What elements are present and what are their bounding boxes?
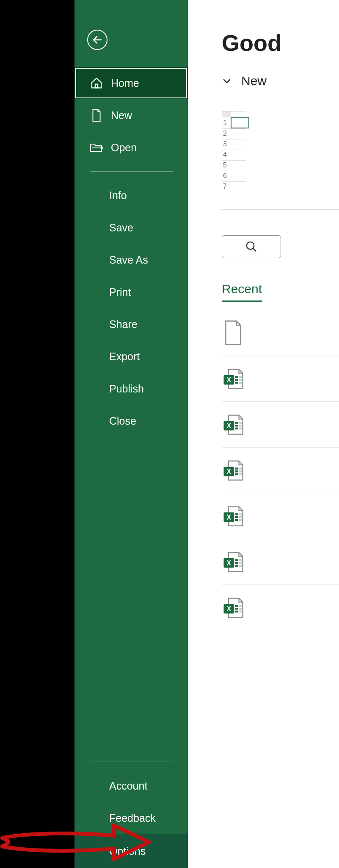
nav-account[interactable]: Account (74, 770, 188, 802)
svg-rect-51 (239, 610, 242, 612)
template-rownum: 4 (223, 151, 227, 159)
svg-rect-16 (235, 425, 238, 427)
excel-file-icon: X (222, 595, 245, 620)
recent-file-row[interactable]: X (222, 584, 339, 630)
nav-options-label: Options (109, 845, 146, 857)
main-divider (220, 209, 339, 210)
nav-home[interactable]: Home (74, 67, 188, 99)
recent-file-row[interactable]: X (222, 356, 339, 401)
nav-account-label: Account (109, 780, 147, 792)
template-blank-workbook[interactable]: 1 2 3 4 5 6 7 (222, 111, 246, 187)
svg-rect-50 (235, 610, 238, 612)
template-rownum: 2 (223, 130, 227, 137)
nav-save-as-label: Save As (109, 254, 148, 266)
svg-rect-48 (235, 608, 238, 610)
svg-rect-22 (235, 467, 238, 470)
svg-rect-11 (239, 381, 242, 384)
greeting-title: Good (222, 30, 339, 56)
svg-rect-38 (235, 559, 238, 561)
back-button[interactable] (87, 30, 107, 50)
nav-save[interactable]: Save (74, 211, 188, 244)
svg-rect-8 (235, 379, 238, 381)
folder-open-icon (90, 141, 103, 154)
svg-text:X: X (227, 559, 232, 566)
svg-rect-41 (239, 562, 242, 564)
svg-rect-46 (235, 605, 238, 607)
nav-new[interactable]: New (74, 99, 188, 131)
svg-rect-34 (235, 519, 238, 521)
nav-share-label: Share (109, 318, 138, 331)
nav-close[interactable]: Close (74, 405, 188, 437)
svg-rect-14 (235, 422, 238, 424)
svg-rect-42 (235, 565, 238, 567)
file-icon (90, 108, 103, 122)
backstage-sidebar: Home New Open Info Save Save As Print (74, 0, 188, 868)
template-rownum: 7 (223, 183, 227, 190)
excel-file-icon: X (222, 549, 245, 575)
svg-rect-19 (239, 427, 242, 429)
svg-text:X: X (227, 422, 232, 429)
nav-publish-label: Publish (109, 383, 144, 395)
chevron-down-icon (222, 76, 232, 86)
excel-file-icon: X (222, 504, 245, 529)
recent-file-row[interactable]: X (222, 539, 339, 584)
svg-rect-39 (239, 559, 242, 561)
nav-share[interactable]: Share (74, 308, 188, 340)
nav-info[interactable]: Info (74, 179, 188, 211)
sidebar-divider-2 (90, 762, 173, 762)
main-content: Good New 1 2 3 4 5 6 7 Recent (188, 0, 339, 868)
recent-tabs: Recent (222, 282, 339, 302)
template-rownum: 6 (223, 172, 227, 180)
nav-new-label: New (111, 109, 132, 122)
svg-rect-6 (235, 376, 238, 378)
svg-text:X: X (227, 513, 232, 520)
svg-text:X: X (227, 467, 232, 475)
svg-rect-43 (239, 565, 242, 567)
back-arrow-icon (92, 34, 103, 45)
excel-file-icon: X (222, 366, 245, 392)
tab-recent[interactable]: Recent (222, 282, 262, 302)
svg-rect-33 (239, 516, 242, 518)
svg-point-2 (247, 242, 254, 250)
svg-rect-26 (235, 473, 238, 475)
nav-save-as[interactable]: Save As (74, 244, 188, 276)
nav-publish[interactable]: Publish (74, 373, 188, 405)
nav-info-label: Info (109, 189, 127, 202)
svg-rect-24 (235, 470, 238, 473)
nav-save-label: Save (109, 222, 133, 234)
nav-home-label: Home (111, 77, 139, 89)
nav-open[interactable]: Open (74, 131, 188, 164)
nav-feedback-label: Feedback (109, 812, 156, 824)
search-icon (245, 240, 258, 253)
nav-export[interactable]: Export (74, 340, 188, 373)
nav-feedback[interactable]: Feedback (74, 802, 188, 834)
recent-file-row[interactable]: X (222, 493, 339, 539)
nav-export-label: Export (109, 351, 140, 363)
svg-rect-10 (235, 381, 238, 384)
svg-rect-7 (239, 376, 242, 378)
template-rownum: 5 (223, 161, 227, 169)
nav-print[interactable]: Print (74, 276, 188, 308)
svg-rect-47 (239, 605, 242, 607)
nav-close-label: Close (109, 415, 136, 427)
search-input[interactable] (222, 235, 281, 258)
excel-file-icon: X (222, 458, 245, 483)
svg-rect-32 (235, 516, 238, 518)
svg-rect-27 (239, 473, 242, 475)
recent-file-row[interactable] (222, 310, 339, 356)
svg-rect-35 (239, 519, 242, 521)
template-rownum: 3 (223, 140, 227, 148)
section-new-header[interactable]: New (222, 74, 339, 88)
recent-file-row[interactable]: X (222, 447, 339, 493)
nav-open-label: Open (111, 142, 137, 154)
home-icon (90, 76, 103, 90)
svg-rect-23 (239, 467, 242, 470)
svg-text:X: X (227, 376, 232, 383)
recent-file-row[interactable]: X (222, 401, 339, 447)
nav-options[interactable]: Options (74, 834, 188, 868)
left-black-bar (0, 0, 74, 868)
excel-file-icon: X (222, 412, 245, 437)
svg-rect-31 (239, 513, 242, 515)
svg-rect-25 (239, 470, 242, 473)
svg-rect-17 (239, 425, 242, 427)
